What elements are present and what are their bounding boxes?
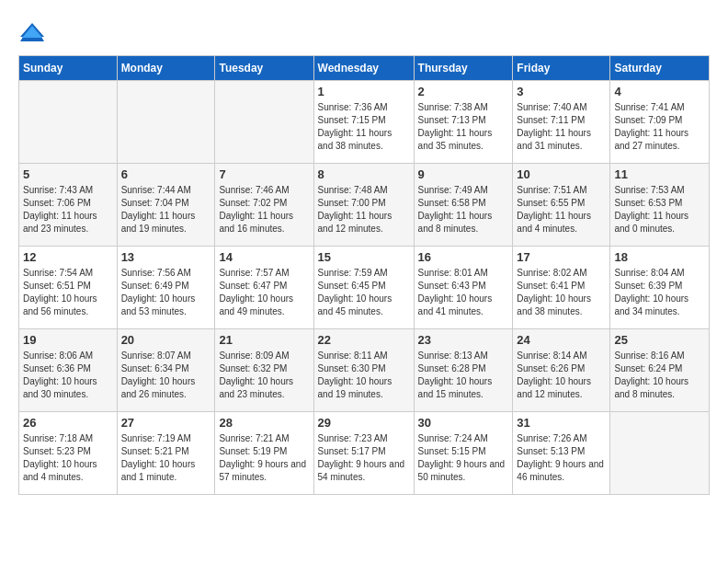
- day-info: Sunrise: 7:38 AMSunset: 7:13 PMDaylight:…: [418, 101, 509, 153]
- day-info: Sunrise: 8:13 AMSunset: 6:28 PMDaylight:…: [418, 350, 509, 401]
- day-info: Sunrise: 7:24 AMSunset: 5:15 PMDaylight:…: [418, 432, 509, 484]
- calendar-cell: 24Sunrise: 8:14 AMSunset: 6:26 PMDayligh…: [513, 329, 610, 412]
- day-info: Sunrise: 7:56 AMSunset: 6:49 PMDaylight:…: [121, 267, 211, 318]
- day-info: Sunrise: 8:11 AMSunset: 6:30 PMDaylight:…: [318, 350, 410, 401]
- calendar-cell: 3Sunrise: 7:40 AMSunset: 7:11 PMDaylight…: [513, 81, 610, 164]
- day-number: 5: [23, 167, 113, 181]
- day-info: Sunrise: 7:59 AMSunset: 6:45 PMDaylight:…: [318, 267, 410, 318]
- weekday-header: Saturday: [610, 56, 710, 81]
- day-info: Sunrise: 7:51 AMSunset: 6:55 PMDaylight:…: [517, 184, 606, 236]
- weekday-header: Thursday: [414, 56, 513, 81]
- day-info: Sunrise: 8:16 AMSunset: 6:24 PMDaylight:…: [614, 350, 705, 401]
- day-number: 30: [418, 416, 509, 430]
- weekday-header: Wednesday: [313, 56, 414, 81]
- day-info: Sunrise: 7:43 AMSunset: 7:06 PMDaylight:…: [23, 184, 113, 236]
- day-number: 17: [517, 250, 606, 264]
- calendar-cell: 19Sunrise: 8:06 AMSunset: 6:36 PMDayligh…: [19, 329, 118, 412]
- calendar-week-row: 1Sunrise: 7:36 AMSunset: 7:15 PMDaylight…: [19, 81, 710, 164]
- calendar-cell: 10Sunrise: 7:51 AMSunset: 6:55 PMDayligh…: [513, 164, 610, 247]
- day-info: Sunrise: 7:26 AMSunset: 5:13 PMDaylight:…: [517, 432, 606, 484]
- day-number: 14: [219, 250, 309, 264]
- day-number: 28: [219, 416, 309, 430]
- day-number: 3: [517, 85, 606, 98]
- day-number: 23: [418, 333, 509, 347]
- calendar-week-row: 5Sunrise: 7:43 AMSunset: 7:06 PMDaylight…: [19, 164, 710, 247]
- calendar-cell: 4Sunrise: 7:41 AMSunset: 7:09 PMDaylight…: [610, 81, 710, 164]
- day-info: Sunrise: 8:01 AMSunset: 6:43 PMDaylight:…: [418, 267, 509, 318]
- calendar-cell: 23Sunrise: 8:13 AMSunset: 6:28 PMDayligh…: [414, 329, 513, 412]
- day-info: Sunrise: 7:49 AMSunset: 6:58 PMDaylight:…: [418, 184, 509, 236]
- day-number: 31: [517, 416, 606, 430]
- calendar-cell: 28Sunrise: 7:21 AMSunset: 5:19 PMDayligh…: [215, 412, 313, 495]
- logo-icon: [18, 18, 46, 46]
- weekday-header: Monday: [117, 56, 215, 81]
- calendar-cell: 7Sunrise: 7:46 AMSunset: 7:02 PMDaylight…: [215, 164, 313, 247]
- calendar-cell: 16Sunrise: 8:01 AMSunset: 6:43 PMDayligh…: [414, 247, 513, 329]
- calendar-table: SundayMondayTuesdayWednesdayThursdayFrid…: [18, 55, 710, 495]
- day-info: Sunrise: 7:41 AMSunset: 7:09 PMDaylight:…: [614, 101, 705, 153]
- day-info: Sunrise: 8:09 AMSunset: 6:32 PMDaylight:…: [219, 350, 309, 401]
- day-info: Sunrise: 7:36 AMSunset: 7:15 PMDaylight:…: [318, 101, 410, 153]
- calendar-header-row: SundayMondayTuesdayWednesdayThursdayFrid…: [19, 56, 710, 81]
- calendar-cell: 30Sunrise: 7:24 AMSunset: 5:15 PMDayligh…: [414, 412, 513, 495]
- day-number: 24: [517, 333, 606, 347]
- day-number: 22: [318, 333, 410, 347]
- weekday-header: Friday: [513, 56, 610, 81]
- calendar-cell: 18Sunrise: 8:04 AMSunset: 6:39 PMDayligh…: [610, 247, 710, 329]
- day-info: Sunrise: 7:53 AMSunset: 6:53 PMDaylight:…: [614, 184, 705, 236]
- day-number: 10: [517, 167, 606, 181]
- calendar-cell: 21Sunrise: 8:09 AMSunset: 6:32 PMDayligh…: [215, 329, 313, 412]
- calendar-cell: 9Sunrise: 7:49 AMSunset: 6:58 PMDaylight…: [414, 164, 513, 247]
- day-info: Sunrise: 8:06 AMSunset: 6:36 PMDaylight:…: [23, 350, 113, 401]
- logo: [18, 18, 50, 46]
- calendar-cell: 13Sunrise: 7:56 AMSunset: 6:49 PMDayligh…: [117, 247, 215, 329]
- day-info: Sunrise: 7:18 AMSunset: 5:23 PMDaylight:…: [23, 432, 113, 484]
- day-number: 13: [121, 250, 211, 264]
- calendar-cell: 5Sunrise: 7:43 AMSunset: 7:06 PMDaylight…: [19, 164, 118, 247]
- day-number: 11: [614, 167, 705, 181]
- day-number: 15: [318, 250, 410, 264]
- day-number: 21: [219, 333, 309, 347]
- day-number: 16: [418, 250, 509, 264]
- day-number: 7: [219, 167, 309, 181]
- day-number: 19: [23, 333, 113, 347]
- calendar-cell: 12Sunrise: 7:54 AMSunset: 6:51 PMDayligh…: [19, 247, 118, 329]
- calendar-cell: 2Sunrise: 7:38 AMSunset: 7:13 PMDaylight…: [414, 81, 513, 164]
- day-info: Sunrise: 7:54 AMSunset: 6:51 PMDaylight:…: [23, 267, 113, 318]
- weekday-header: Tuesday: [215, 56, 313, 81]
- calendar-cell: 14Sunrise: 7:57 AMSunset: 6:47 PMDayligh…: [215, 247, 313, 329]
- day-number: 20: [121, 333, 211, 347]
- calendar-cell: 6Sunrise: 7:44 AMSunset: 7:04 PMDaylight…: [117, 164, 215, 247]
- calendar-cell: [610, 412, 710, 495]
- calendar-cell: 20Sunrise: 8:07 AMSunset: 6:34 PMDayligh…: [117, 329, 215, 412]
- day-info: Sunrise: 7:19 AMSunset: 5:21 PMDaylight:…: [121, 432, 211, 484]
- day-info: Sunrise: 7:40 AMSunset: 7:11 PMDaylight:…: [517, 101, 606, 153]
- calendar-cell: 11Sunrise: 7:53 AMSunset: 6:53 PMDayligh…: [610, 164, 710, 247]
- calendar-cell: 29Sunrise: 7:23 AMSunset: 5:17 PMDayligh…: [313, 412, 414, 495]
- day-number: 2: [418, 85, 509, 98]
- day-number: 18: [614, 250, 705, 264]
- day-number: 25: [614, 333, 705, 347]
- calendar-week-row: 12Sunrise: 7:54 AMSunset: 6:51 PMDayligh…: [19, 247, 710, 329]
- day-info: Sunrise: 7:57 AMSunset: 6:47 PMDaylight:…: [219, 267, 309, 318]
- day-number: 8: [318, 167, 410, 181]
- day-info: Sunrise: 8:07 AMSunset: 6:34 PMDaylight:…: [121, 350, 211, 401]
- day-info: Sunrise: 8:14 AMSunset: 6:26 PMDaylight:…: [517, 350, 606, 401]
- calendar-cell: 31Sunrise: 7:26 AMSunset: 5:13 PMDayligh…: [513, 412, 610, 495]
- day-number: 12: [23, 250, 113, 264]
- calendar-cell: 26Sunrise: 7:18 AMSunset: 5:23 PMDayligh…: [19, 412, 118, 495]
- calendar-week-row: 26Sunrise: 7:18 AMSunset: 5:23 PMDayligh…: [19, 412, 710, 495]
- day-info: Sunrise: 7:48 AMSunset: 7:00 PMDaylight:…: [318, 184, 410, 236]
- day-number: 6: [121, 167, 211, 181]
- day-number: 27: [121, 416, 211, 430]
- calendar-week-row: 19Sunrise: 8:06 AMSunset: 6:36 PMDayligh…: [19, 329, 710, 412]
- calendar-cell: 17Sunrise: 8:02 AMSunset: 6:41 PMDayligh…: [513, 247, 610, 329]
- day-number: 26: [23, 416, 113, 430]
- weekday-header: Sunday: [19, 56, 118, 81]
- day-number: 29: [318, 416, 410, 430]
- calendar-cell: 15Sunrise: 7:59 AMSunset: 6:45 PMDayligh…: [313, 247, 414, 329]
- day-info: Sunrise: 7:21 AMSunset: 5:19 PMDaylight:…: [219, 432, 309, 484]
- calendar-cell: [215, 81, 313, 164]
- day-number: 1: [318, 85, 410, 98]
- calendar-cell: [19, 81, 118, 164]
